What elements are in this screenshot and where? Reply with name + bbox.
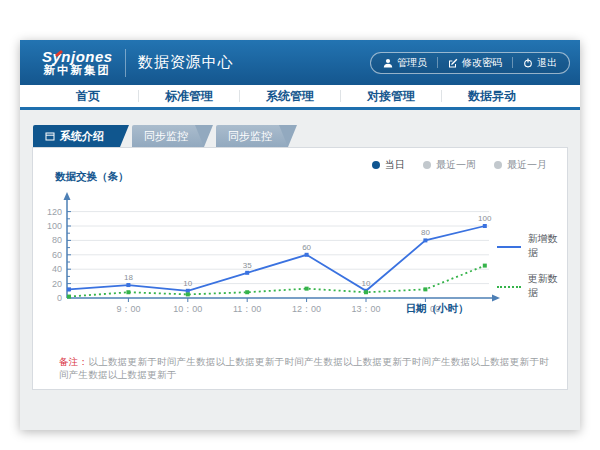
pill-divider	[437, 57, 438, 68]
pill-divider	[512, 57, 513, 68]
nav-item-data-change[interactable]: 数据异动	[442, 85, 542, 107]
svg-text:10：00: 10：00	[173, 304, 202, 314]
nav-item-standard-mgmt[interactable]: 标准管理	[139, 85, 239, 107]
svg-text:120: 120	[47, 207, 62, 217]
legend-item-new-data: 新增数据	[497, 232, 567, 260]
tab-label: 同步监控	[144, 129, 188, 144]
logout-button[interactable]: 退出	[523, 56, 557, 70]
username-label: 管理员	[397, 56, 427, 70]
radio-icon	[423, 161, 431, 169]
power-icon	[523, 58, 533, 68]
svg-text:13：00: 13：00	[351, 304, 380, 314]
legend-line-sample	[497, 286, 521, 288]
tab-sync-monitor-2[interactable]: 同步监控	[216, 125, 288, 147]
svg-text:0: 0	[57, 293, 62, 303]
svg-text:80: 80	[52, 235, 62, 245]
content-area: 系统介绍 同步监控 同步监控 当日 最近一周	[20, 110, 580, 430]
svg-text:100: 100	[47, 221, 62, 231]
svg-text:10: 10	[183, 279, 192, 288]
radio-icon	[372, 161, 380, 169]
tab-system-intro[interactable]: 系统介绍	[33, 125, 120, 147]
app-header: Synjones 新中新集团 数据资源中心 管理员	[20, 40, 580, 85]
svg-text:40: 40	[52, 264, 62, 274]
filter-label: 最近一周	[436, 158, 476, 172]
svg-text:80: 80	[421, 228, 430, 237]
main-nav: 首页 标准管理 系统管理 对接管理 数据异动	[20, 85, 580, 110]
change-password-label: 修改密码	[462, 56, 502, 70]
nav-item-system-mgmt[interactable]: 系统管理	[240, 85, 340, 107]
filter-label: 最近一月	[507, 158, 547, 172]
edit-icon	[448, 58, 458, 68]
legend-line-sample	[497, 246, 521, 248]
user-toolbar: 管理员 修改密码 退出	[370, 52, 570, 74]
brand-logo: Synjones 新中新集团	[42, 49, 113, 77]
filter-option-last-month[interactable]: 最近一月	[494, 158, 547, 172]
filter-label: 当日	[385, 158, 405, 172]
legend-label: 新增数据	[528, 232, 567, 260]
tab-label: 系统介绍	[60, 129, 104, 144]
legend-label: 更新数据	[528, 272, 567, 300]
brand-logo-cn: 新中新集团	[44, 64, 112, 76]
svg-text:60: 60	[52, 250, 62, 260]
x-axis-title: 日期（小时）	[389, 302, 485, 316]
y-axis-title: 数据交换（条）	[55, 170, 129, 184]
time-range-filters: 当日 最近一周 最近一月	[372, 158, 547, 172]
chart-area: 0204060801001209：0010：0011：0012：0013：001…	[37, 186, 517, 338]
tab-label: 同步监控	[228, 129, 272, 144]
tab-bar: 系统介绍 同步监控 同步监控	[33, 125, 300, 147]
logout-label: 退出	[537, 56, 557, 70]
filter-option-today[interactable]: 当日	[372, 158, 405, 172]
chart-panel: 当日 最近一周 最近一月 数据交换（条） 0204060801001209：00…	[32, 147, 568, 390]
svg-text:18: 18	[124, 273, 133, 282]
svg-text:10: 10	[362, 279, 371, 288]
footnote-text: 以上数据更新于时间产生数据以上数据更新于时间产生数据以上数据更新于时间产生数据以…	[59, 356, 549, 380]
svg-text:100: 100	[478, 214, 492, 223]
svg-text:11：00: 11：00	[233, 304, 261, 314]
current-user-button[interactable]: 管理员	[383, 56, 427, 70]
radio-icon	[494, 161, 502, 169]
chart-legend: 新增数据 更新数据	[497, 232, 567, 300]
svg-text:9：00: 9：00	[116, 304, 140, 314]
header-divider	[125, 49, 126, 77]
nav-item-interface-mgmt[interactable]: 对接管理	[341, 85, 441, 107]
user-icon	[383, 58, 393, 68]
nav-item-home[interactable]: 首页	[38, 85, 138, 107]
app-window: Synjones 新中新集团 数据资源中心 管理员	[20, 40, 580, 430]
footnote: 备注：以上数据更新于时间产生数据以上数据更新于时间产生数据以上数据更新于时间产生…	[59, 356, 551, 382]
footnote-prefix: 备注：	[59, 356, 88, 367]
change-password-button[interactable]: 修改密码	[448, 56, 502, 70]
svg-text:60: 60	[302, 243, 311, 252]
page-title: 数据资源中心	[138, 53, 234, 72]
svg-text:35: 35	[243, 261, 252, 270]
legend-item-updated-data: 更新数据	[497, 272, 567, 300]
screen: Synjones 新中新集团 数据资源中心 管理员	[0, 0, 600, 450]
tab-sync-monitor-1[interactable]: 同步监控	[132, 125, 204, 147]
document-icon	[45, 132, 55, 141]
svg-text:12：00: 12：00	[292, 304, 321, 314]
filter-option-last-week[interactable]: 最近一周	[423, 158, 476, 172]
svg-text:20: 20	[52, 279, 62, 289]
brand-logo-text: Synjones	[42, 49, 113, 65]
